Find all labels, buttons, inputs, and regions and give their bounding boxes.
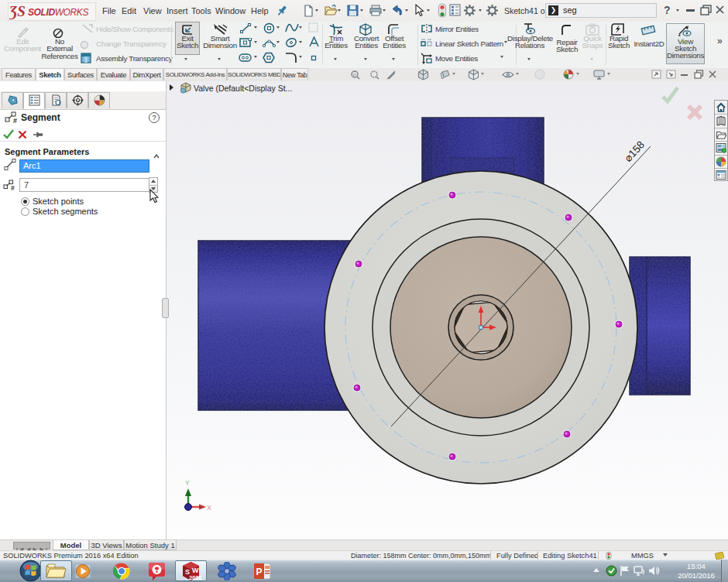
svg-text:X: X [207, 504, 211, 512]
svg-text:SOLIDWORKS: SOLIDWORKS [28, 7, 88, 18]
svg-text:P: P [256, 567, 263, 577]
svg-text:#: # [13, 117, 17, 124]
svg-text:⌀158: ⌀158 [622, 139, 647, 164]
svg-text:P: P [353, 73, 356, 77]
svg-text:2016: 2016 [189, 574, 201, 581]
svg-text:ƷS: ƷS [9, 4, 26, 19]
svg-text:W: W [192, 567, 199, 574]
svg-text:Y: Y [185, 479, 190, 487]
svg-text:#: # [11, 184, 15, 191]
